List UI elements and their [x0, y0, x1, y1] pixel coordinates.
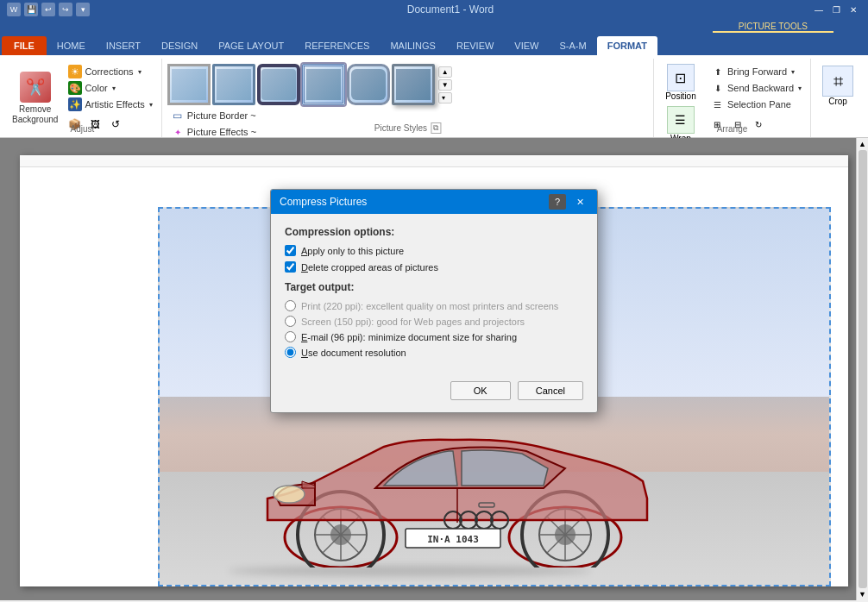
- dialog-overlay: Compress Pictures ? ✕ Compression option…: [0, 0, 868, 602]
- email-radio[interactable]: [285, 331, 296, 342]
- compression-options-label: Compression options:: [285, 226, 583, 238]
- dialog-footer: OK Cancel: [271, 374, 597, 412]
- delete-cropped-row: Delete cropped areas of pictures: [285, 261, 583, 273]
- compress-pictures-dialog: Compress Pictures ? ✕ Compression option…: [270, 189, 598, 413]
- delete-cropped-checkbox[interactable]: [285, 261, 296, 273]
- dialog-help-button[interactable]: ?: [549, 194, 566, 210]
- cancel-button[interactable]: Cancel: [518, 381, 583, 400]
- apply-only-label: Apply only to this picture: [301, 246, 404, 256]
- document-label: Use document resolution: [301, 348, 406, 358]
- email-option-row: E-mail (96 ppi): minimize document size …: [285, 331, 583, 342]
- document-option-row: Use document resolution: [285, 347, 583, 358]
- dialog-body: Compression options: Apply only to this …: [271, 214, 597, 374]
- print-option-row: Print (220 ppi): excellent quality on mo…: [285, 300, 583, 311]
- dialog-titlebar: Compress Pictures ? ✕: [271, 190, 597, 214]
- apply-only-row: Apply only to this picture: [285, 245, 583, 256]
- email-label: E-mail (96 ppi): minimize document size …: [301, 332, 517, 342]
- dialog-close-button[interactable]: ✕: [571, 194, 588, 210]
- screen-radio[interactable]: [285, 316, 296, 327]
- target-output-section: Target output: Print (220 ppi): excellen…: [285, 281, 583, 358]
- ok-button[interactable]: OK: [450, 381, 511, 400]
- screen-label: Screen (150 ppi): good for Web pages and…: [301, 317, 525, 327]
- dialog-title-buttons: ? ✕: [549, 194, 588, 210]
- print-label: Print (220 ppi): excellent quality on mo…: [301, 301, 558, 311]
- target-output-label: Target output:: [285, 281, 583, 293]
- apply-only-checkbox[interactable]: [285, 245, 296, 256]
- delete-cropped-label: Delete cropped areas of pictures: [301, 262, 438, 273]
- screen-option-row: Screen (150 ppi): good for Web pages and…: [285, 316, 583, 327]
- document-radio[interactable]: [285, 347, 296, 358]
- print-radio[interactable]: [285, 300, 296, 311]
- dialog-title: Compress Pictures: [280, 196, 367, 208]
